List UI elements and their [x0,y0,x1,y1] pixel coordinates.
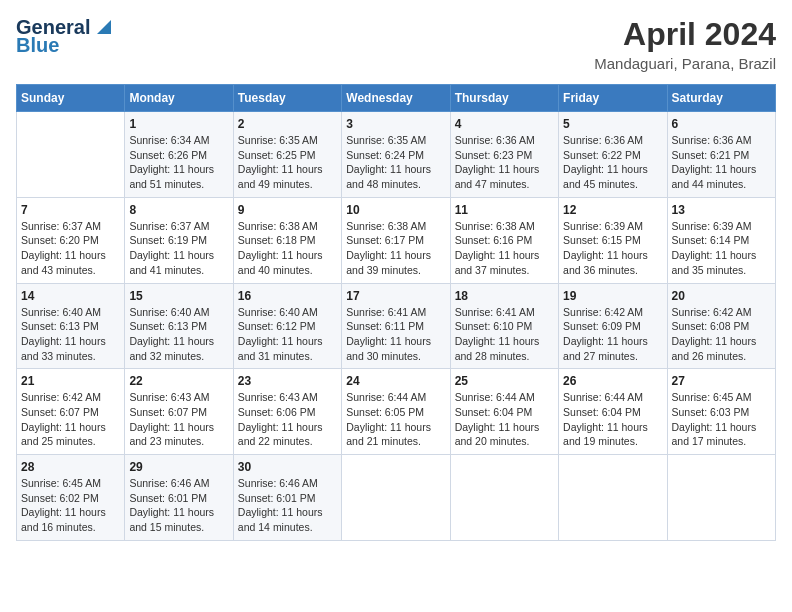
day-number: 19 [563,289,662,303]
day-info: Sunrise: 6:42 AM Sunset: 6:09 PM Dayligh… [563,305,662,364]
day-number: 10 [346,203,445,217]
calendar-cell [559,455,667,541]
day-info: Sunrise: 6:36 AM Sunset: 6:21 PM Dayligh… [672,133,771,192]
day-number: 20 [672,289,771,303]
calendar-cell: 25Sunrise: 6:44 AM Sunset: 6:04 PM Dayli… [450,369,558,455]
calendar-cell [667,455,775,541]
day-info: Sunrise: 6:34 AM Sunset: 6:26 PM Dayligh… [129,133,228,192]
day-number: 4 [455,117,554,131]
calendar-cell [450,455,558,541]
day-of-week-header: Tuesday [233,85,341,112]
day-number: 11 [455,203,554,217]
day-info: Sunrise: 6:41 AM Sunset: 6:11 PM Dayligh… [346,305,445,364]
calendar-cell: 9Sunrise: 6:38 AM Sunset: 6:18 PM Daylig… [233,197,341,283]
calendar-cell: 23Sunrise: 6:43 AM Sunset: 6:06 PM Dayli… [233,369,341,455]
calendar-cell: 4Sunrise: 6:36 AM Sunset: 6:23 PM Daylig… [450,112,558,198]
day-info: Sunrise: 6:42 AM Sunset: 6:08 PM Dayligh… [672,305,771,364]
day-number: 23 [238,374,337,388]
calendar-header-row: SundayMondayTuesdayWednesdayThursdayFrid… [17,85,776,112]
day-number: 27 [672,374,771,388]
day-info: Sunrise: 6:36 AM Sunset: 6:23 PM Dayligh… [455,133,554,192]
day-info: Sunrise: 6:40 AM Sunset: 6:12 PM Dayligh… [238,305,337,364]
day-info: Sunrise: 6:43 AM Sunset: 6:06 PM Dayligh… [238,390,337,449]
calendar-table: SundayMondayTuesdayWednesdayThursdayFrid… [16,84,776,541]
day-info: Sunrise: 6:46 AM Sunset: 6:01 PM Dayligh… [238,476,337,535]
calendar-cell: 11Sunrise: 6:38 AM Sunset: 6:16 PM Dayli… [450,197,558,283]
logo-icon [93,16,111,34]
day-number: 7 [21,203,120,217]
day-info: Sunrise: 6:41 AM Sunset: 6:10 PM Dayligh… [455,305,554,364]
day-info: Sunrise: 6:44 AM Sunset: 6:04 PM Dayligh… [455,390,554,449]
calendar-cell: 27Sunrise: 6:45 AM Sunset: 6:03 PM Dayli… [667,369,775,455]
calendar-cell: 18Sunrise: 6:41 AM Sunset: 6:10 PM Dayli… [450,283,558,369]
calendar-cell: 16Sunrise: 6:40 AM Sunset: 6:12 PM Dayli… [233,283,341,369]
calendar-cell: 15Sunrise: 6:40 AM Sunset: 6:13 PM Dayli… [125,283,233,369]
day-of-week-header: Friday [559,85,667,112]
calendar-cell [342,455,450,541]
day-number: 21 [21,374,120,388]
day-info: Sunrise: 6:45 AM Sunset: 6:02 PM Dayligh… [21,476,120,535]
calendar-cell: 13Sunrise: 6:39 AM Sunset: 6:14 PM Dayli… [667,197,775,283]
calendar-cell: 21Sunrise: 6:42 AM Sunset: 6:07 PM Dayli… [17,369,125,455]
calendar-week-row: 28Sunrise: 6:45 AM Sunset: 6:02 PM Dayli… [17,455,776,541]
page-header: General Blue April 2024 Mandaguari, Para… [16,16,776,72]
day-info: Sunrise: 6:44 AM Sunset: 6:04 PM Dayligh… [563,390,662,449]
day-number: 15 [129,289,228,303]
day-info: Sunrise: 6:40 AM Sunset: 6:13 PM Dayligh… [21,305,120,364]
logo-blue: Blue [16,34,111,56]
day-number: 14 [21,289,120,303]
day-info: Sunrise: 6:37 AM Sunset: 6:19 PM Dayligh… [129,219,228,278]
day-info: Sunrise: 6:42 AM Sunset: 6:07 PM Dayligh… [21,390,120,449]
calendar-cell: 24Sunrise: 6:44 AM Sunset: 6:05 PM Dayli… [342,369,450,455]
logo: General Blue [16,16,111,56]
day-of-week-header: Saturday [667,85,775,112]
day-info: Sunrise: 6:39 AM Sunset: 6:14 PM Dayligh… [672,219,771,278]
day-number: 22 [129,374,228,388]
day-number: 17 [346,289,445,303]
day-number: 1 [129,117,228,131]
calendar-cell: 5Sunrise: 6:36 AM Sunset: 6:22 PM Daylig… [559,112,667,198]
calendar-cell: 10Sunrise: 6:38 AM Sunset: 6:17 PM Dayli… [342,197,450,283]
day-number: 18 [455,289,554,303]
day-info: Sunrise: 6:44 AM Sunset: 6:05 PM Dayligh… [346,390,445,449]
calendar-cell: 2Sunrise: 6:35 AM Sunset: 6:25 PM Daylig… [233,112,341,198]
day-number: 29 [129,460,228,474]
day-info: Sunrise: 6:35 AM Sunset: 6:25 PM Dayligh… [238,133,337,192]
day-number: 8 [129,203,228,217]
day-number: 3 [346,117,445,131]
calendar-cell: 26Sunrise: 6:44 AM Sunset: 6:04 PM Dayli… [559,369,667,455]
day-info: Sunrise: 6:43 AM Sunset: 6:07 PM Dayligh… [129,390,228,449]
calendar-week-row: 1Sunrise: 6:34 AM Sunset: 6:26 PM Daylig… [17,112,776,198]
day-info: Sunrise: 6:46 AM Sunset: 6:01 PM Dayligh… [129,476,228,535]
day-of-week-header: Sunday [17,85,125,112]
day-info: Sunrise: 6:38 AM Sunset: 6:16 PM Dayligh… [455,219,554,278]
day-number: 30 [238,460,337,474]
day-of-week-header: Thursday [450,85,558,112]
calendar-cell: 22Sunrise: 6:43 AM Sunset: 6:07 PM Dayli… [125,369,233,455]
day-of-week-header: Monday [125,85,233,112]
calendar-week-row: 21Sunrise: 6:42 AM Sunset: 6:07 PM Dayli… [17,369,776,455]
calendar-cell: 28Sunrise: 6:45 AM Sunset: 6:02 PM Dayli… [17,455,125,541]
calendar-cell: 6Sunrise: 6:36 AM Sunset: 6:21 PM Daylig… [667,112,775,198]
day-number: 12 [563,203,662,217]
day-info: Sunrise: 6:37 AM Sunset: 6:20 PM Dayligh… [21,219,120,278]
month-title: April 2024 [594,16,776,53]
day-info: Sunrise: 6:35 AM Sunset: 6:24 PM Dayligh… [346,133,445,192]
calendar-cell: 3Sunrise: 6:35 AM Sunset: 6:24 PM Daylig… [342,112,450,198]
calendar-cell: 7Sunrise: 6:37 AM Sunset: 6:20 PM Daylig… [17,197,125,283]
calendar-cell: 12Sunrise: 6:39 AM Sunset: 6:15 PM Dayli… [559,197,667,283]
calendar-week-row: 7Sunrise: 6:37 AM Sunset: 6:20 PM Daylig… [17,197,776,283]
day-info: Sunrise: 6:36 AM Sunset: 6:22 PM Dayligh… [563,133,662,192]
calendar-cell: 8Sunrise: 6:37 AM Sunset: 6:19 PM Daylig… [125,197,233,283]
calendar-cell [17,112,125,198]
calendar-cell: 29Sunrise: 6:46 AM Sunset: 6:01 PM Dayli… [125,455,233,541]
calendar-cell: 19Sunrise: 6:42 AM Sunset: 6:09 PM Dayli… [559,283,667,369]
day-number: 5 [563,117,662,131]
day-number: 25 [455,374,554,388]
calendar-week-row: 14Sunrise: 6:40 AM Sunset: 6:13 PM Dayli… [17,283,776,369]
calendar-cell: 1Sunrise: 6:34 AM Sunset: 6:26 PM Daylig… [125,112,233,198]
day-of-week-header: Wednesday [342,85,450,112]
day-info: Sunrise: 6:38 AM Sunset: 6:17 PM Dayligh… [346,219,445,278]
day-number: 28 [21,460,120,474]
calendar-cell: 14Sunrise: 6:40 AM Sunset: 6:13 PM Dayli… [17,283,125,369]
